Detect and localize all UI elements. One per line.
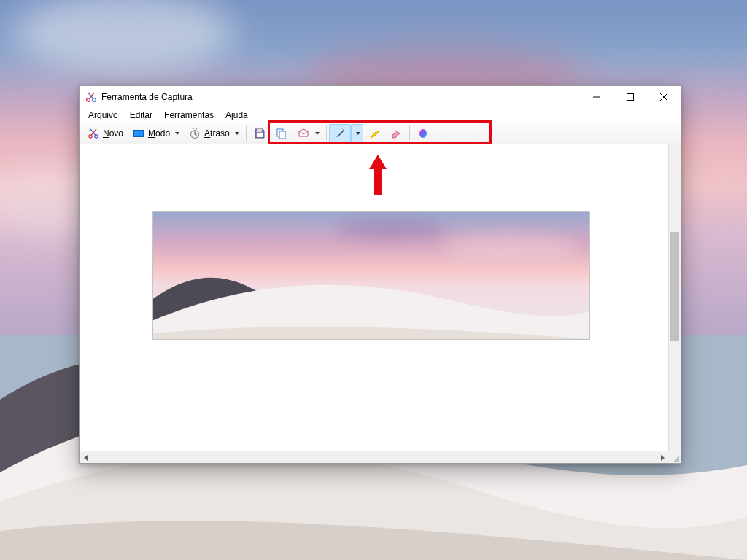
highlighter-button[interactable] [363,124,385,143]
captured-snip-image [152,211,590,340]
paint3d-icon [417,127,430,140]
menu-file[interactable]: Arquivo [82,109,124,122]
copy-button[interactable] [271,124,293,143]
pen-icon [333,127,347,140]
menu-tools[interactable]: Ferramentas [158,109,220,122]
send-mail-icon [297,127,310,140]
delay-label: Atraso [204,128,230,139]
scissors-app-icon [85,91,97,103]
highlighter-icon [368,127,381,140]
chevron-down-icon [175,132,179,135]
svg-rect-11 [370,137,374,139]
separator [246,125,247,141]
snipping-tool-window: Ferramenta de Captura Arquivo Editar Fer… [79,85,681,464]
svg-rect-10 [279,131,285,139]
clock-icon [188,127,201,140]
eraser-icon [390,127,403,140]
titlebar[interactable]: Ferramenta de Captura [80,86,681,108]
scroll-right-icon[interactable] [656,451,668,463]
separator [326,125,327,141]
window-title: Ferramenta de Captura [101,92,193,102]
chevron-down-icon [356,132,360,135]
separator [409,125,410,141]
delay-button[interactable]: Atraso [184,124,244,143]
vertical-scrollbar[interactable] [668,144,681,451]
pen-button[interactable] [329,124,351,143]
copy-icon [275,127,288,140]
svg-rect-7 [257,129,262,132]
resize-grip-icon[interactable] [668,451,681,463]
scissors-icon [87,127,100,140]
horizontal-scrollbar[interactable] [80,451,668,463]
save-button[interactable] [249,124,271,143]
close-button[interactable] [647,86,681,108]
menubar: Arquivo Editar Ferramentas Ajuda [80,108,681,122]
toolbar: Novo Modo Atraso [80,122,681,144]
maximize-button[interactable] [614,86,647,108]
send-button[interactable] [293,124,324,143]
mode-button[interactable]: Modo [128,124,184,143]
canvas-area[interactable] [80,144,681,463]
paint3d-button[interactable] [412,124,434,143]
eraser-button[interactable] [385,124,407,143]
new-label: Novo [103,128,123,139]
mode-label: Modo [148,128,170,139]
mode-rect-icon [132,127,145,140]
new-snip-button[interactable]: Novo [82,124,128,143]
save-icon [253,127,266,140]
pen-dropdown[interactable] [351,124,363,143]
scrollbar-thumb[interactable] [670,232,679,341]
svg-rect-2 [627,94,634,101]
scroll-left-icon[interactable] [80,451,92,463]
svg-rect-8 [257,133,263,137]
menu-help[interactable]: Ajuda [220,109,254,122]
chevron-down-icon [315,132,320,135]
chevron-down-icon [235,132,239,135]
minimize-button[interactable] [580,86,614,108]
menu-edit[interactable]: Editar [124,109,158,122]
svg-rect-5 [134,131,144,137]
